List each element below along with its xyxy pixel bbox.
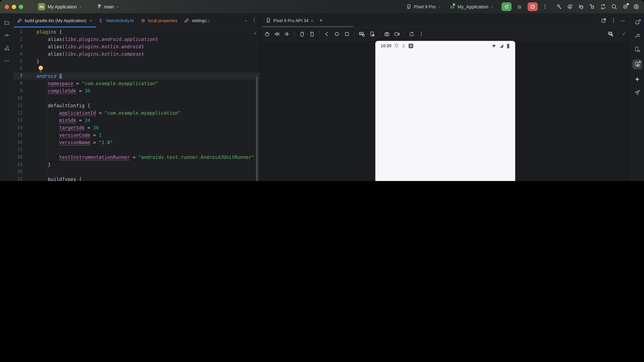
screenshot-camera-icon[interactable]: [384, 31, 390, 37]
structure-icon[interactable]: [4, 45, 10, 51]
device-display-area[interactable]: 10:20 A Hello Android! + − 1:1: [260, 40, 630, 181]
code-line-19[interactable]: 19 }: [14, 161, 260, 168]
build-hammer-icon[interactable]: [556, 4, 562, 10]
code-line-21[interactable]: 21 buildTypes {: [14, 176, 260, 181]
back-icon[interactable]: [324, 31, 330, 37]
gradle-tool-icon[interactable]: [634, 33, 640, 39]
device-manager-icon[interactable]: [634, 46, 640, 52]
settings-button[interactable]: [622, 4, 628, 10]
rotate-right-icon[interactable]: [309, 31, 315, 37]
code-line-17[interactable]: 17: [14, 146, 260, 153]
line-number: 18: [14, 153, 22, 161]
tab-settings-gradle[interactable]: settings.g: [181, 14, 214, 27]
code-line-12[interactable]: 12 applicationId = "com.example.myapplic…: [14, 109, 260, 117]
code-line-18[interactable]: 18 testInstrumentationRunner = "androidx…: [14, 153, 260, 161]
hide-panel-icon[interactable]: —: [620, 18, 625, 23]
editor-scrollbar[interactable]: [256, 76, 258, 181]
open-in-window-icon[interactable]: [601, 18, 606, 23]
run-configuration-name: My_Application: [458, 4, 488, 9]
code-line-9[interactable]: 9 compileSdk = 36: [14, 87, 260, 94]
tab-options-icon[interactable]: [252, 18, 256, 23]
code-editor[interactable]: 1plugins {2 alias(libs.plugins.android.a…: [14, 27, 260, 181]
line-number: 21: [14, 176, 22, 181]
hardware-input-icon[interactable]: [359, 31, 365, 37]
device-screen[interactable]: 10:20 A Hello Android!: [375, 41, 515, 181]
minimize-window-button[interactable]: [12, 4, 16, 9]
git-branch-icon: [96, 4, 102, 9]
device-selector[interactable]: Pixel 9 Pro ⌄: [406, 4, 441, 9]
add-device-button[interactable]: +: [320, 17, 323, 23]
emulator-more-icon[interactable]: [419, 31, 424, 36]
code-line-8[interactable]: 8 namespace = "com.example.myapplication…: [14, 80, 260, 87]
screen-record-icon[interactable]: [394, 31, 400, 37]
close-tab-icon[interactable]: ×: [90, 18, 92, 23]
screen: MA My Application ⌄ main ⌄ Pixel 9 Pro ⌄…: [0, 0, 644, 181]
window-controls: [5, 4, 23, 9]
intention-bulb-icon[interactable]: [38, 66, 43, 71]
code-line-7[interactable]: 7android {: [14, 72, 260, 80]
notifications-button[interactable]: [634, 20, 640, 26]
tab-list-chevron-icon[interactable]: ⌄: [244, 17, 248, 22]
more-vertical-icon[interactable]: [543, 4, 548, 9]
line-number: 14: [14, 124, 22, 131]
home-icon[interactable]: [334, 31, 340, 37]
search-icon[interactable]: [611, 4, 617, 10]
code-line-6[interactable]: 6: [14, 65, 260, 72]
code-line-14[interactable]: 14 targetSdk = 36: [14, 124, 260, 131]
line-number: 19: [14, 161, 22, 168]
device-tab-scrollbar[interactable]: [262, 26, 354, 27]
rotate-left-icon[interactable]: [299, 31, 305, 37]
code-line-20[interactable]: 20: [14, 168, 260, 176]
volume-down-icon[interactable]: [284, 31, 290, 37]
apply-code-changes-icon[interactable]: [578, 4, 584, 10]
panel-options-icon[interactable]: [611, 18, 616, 23]
more-tool-windows-icon[interactable]: [4, 58, 10, 64]
close-device-tab-icon[interactable]: ×: [311, 18, 314, 23]
accessibility-person-icon: [402, 44, 406, 48]
debug-bug-icon[interactable]: [516, 4, 522, 10]
run-configuration-selector[interactable]: My_Application ⌄: [450, 4, 494, 9]
tab-build-gradle[interactable]: build.gradle.kts (My Application) ×: [14, 14, 96, 27]
code-line-16[interactable]: 16 versionName = "1.0": [14, 139, 260, 146]
code-line-11[interactable]: 11 defaultConfig {: [14, 102, 260, 109]
overview-icon[interactable]: [344, 31, 350, 37]
running-devices-panel: Pixel 9 Pro API 34 × + —: [260, 14, 630, 181]
tab-local-properties[interactable]: local.properties: [137, 14, 181, 27]
rerun-button[interactable]: [502, 2, 512, 11]
device-tab-row: Pixel 9 Pro API 34 × + —: [260, 14, 630, 27]
device-tab[interactable]: Pixel 9 Pro API 34 ×: [263, 18, 316, 23]
airplane-icon[interactable]: [634, 89, 640, 95]
code-line-3[interactable]: 3 alias(libs.plugins.kotlin.android): [14, 43, 260, 50]
code-line-10[interactable]: 10: [14, 94, 260, 102]
running-status-dot: [453, 3, 455, 5]
reset-icon[interactable]: [409, 31, 414, 37]
running-devices-button-selected[interactable]: [632, 59, 642, 69]
stop-button[interactable]: [528, 2, 538, 11]
close-window-button[interactable]: [5, 4, 9, 9]
code-line-15[interactable]: 15 versionCode = 1: [14, 131, 260, 139]
code-line-1[interactable]: 1plugins {: [14, 28, 260, 35]
account-icon[interactable]: [633, 4, 639, 10]
sync-project-icon[interactable]: [600, 4, 606, 10]
gemini-sparkle-icon[interactable]: [634, 76, 640, 82]
tab-mainactivity[interactable]: MainActivity.kt: [96, 14, 137, 27]
device-phone-icon: [406, 4, 412, 9]
power-icon[interactable]: [264, 31, 270, 37]
project-folder-icon[interactable]: [4, 20, 10, 25]
chevron-down-icon: ⌄: [438, 4, 441, 8]
attach-debugger-icon[interactable]: [589, 4, 595, 10]
vcs-branch-widget[interactable]: main ⌄: [96, 4, 120, 9]
code-line-2[interactable]: 2 alias(libs.plugins.android.application…: [14, 35, 260, 43]
titlebar: MA My Application ⌄ main ⌄ Pixel 9 Pro ⌄…: [0, 0, 644, 14]
inspections-ok-icon[interactable]: ✓: [253, 30, 258, 36]
device-settings-icon[interactable]: [369, 31, 375, 37]
volume-up-icon[interactable]: [274, 31, 280, 37]
maximize-window-button[interactable]: [19, 4, 23, 9]
code-line-4[interactable]: 4 alias(libs.plugins.kotlin.compose): [14, 50, 260, 58]
apply-changes-restart-icon[interactable]: [567, 4, 573, 10]
ui-check-icon[interactable]: [608, 31, 614, 37]
code-line-13[interactable]: 13 minSdk = 24: [14, 117, 260, 124]
project-widget[interactable]: MA My Application ⌄: [38, 3, 82, 10]
commit-icon[interactable]: [4, 32, 10, 38]
code-line-5[interactable]: 5}: [14, 58, 260, 65]
